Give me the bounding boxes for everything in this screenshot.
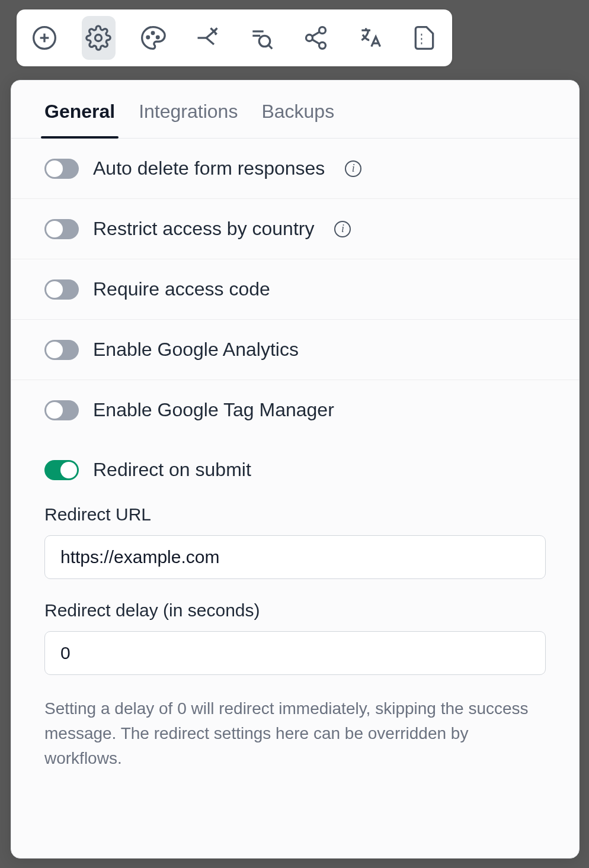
svg-point-4	[147, 36, 149, 38]
tab-backups[interactable]: Backups	[261, 101, 334, 138]
svg-point-11	[319, 27, 325, 34]
svg-line-10	[269, 46, 273, 49]
tab-integrations[interactable]: Integrations	[139, 101, 238, 138]
toolbar-add-button[interactable]	[27, 16, 62, 60]
toolbar-search-button[interactable]	[245, 16, 279, 60]
toolbar-branch-button[interactable]	[190, 16, 225, 60]
label-redirect-delay: Redirect delay (in seconds)	[44, 600, 546, 621]
label-auto-delete: Auto delete form responses	[93, 157, 325, 179]
toolbar-share-button[interactable]	[299, 16, 333, 60]
translate-icon	[357, 25, 383, 51]
svg-line-14	[312, 32, 319, 36]
toggle-google-analytics[interactable]	[44, 340, 79, 360]
help-redirect-delay: Setting a delay of 0 will redirect immed…	[44, 696, 546, 771]
info-icon[interactable]: i	[334, 221, 351, 237]
toggle-redirect-on-submit[interactable]	[44, 460, 79, 480]
svg-line-15	[312, 40, 319, 44]
setting-auto-delete: Auto delete form responses i	[11, 139, 579, 199]
input-redirect-delay[interactable]	[44, 631, 546, 675]
toolbar	[17, 9, 452, 66]
input-redirect-url[interactable]	[44, 535, 546, 579]
label-access-code: Require access code	[93, 278, 270, 300]
toolbar-settings-button[interactable]	[82, 16, 116, 60]
settings-list: Auto delete form responses i Restrict ac…	[11, 139, 579, 795]
setting-google-tag-manager: Enable Google Tag Manager	[11, 380, 579, 440]
svg-point-3	[95, 35, 102, 41]
svg-point-6	[156, 36, 159, 38]
label-restrict-country: Restrict access by country	[93, 218, 314, 240]
section-redirect: Redirect on submit Redirect URL Redirect…	[11, 440, 579, 795]
setting-access-code: Require access code	[11, 259, 579, 320]
toolbar-theme-button[interactable]	[136, 16, 170, 60]
split-icon	[194, 25, 220, 51]
palette-icon	[140, 25, 166, 51]
label-google-analytics: Enable Google Analytics	[93, 339, 299, 361]
svg-point-5	[152, 32, 154, 34]
toolbar-file-button[interactable]	[407, 16, 441, 60]
tab-general[interactable]: General	[44, 101, 115, 138]
label-google-tag-manager: Enable Google Tag Manager	[93, 399, 334, 421]
file-icon	[411, 25, 437, 51]
toolbar-translate-button[interactable]	[353, 16, 388, 60]
tabs-bar: General Integrations Backups	[11, 81, 579, 139]
toggle-auto-delete[interactable]	[44, 159, 79, 179]
toggle-restrict-country[interactable]	[44, 219, 79, 239]
info-icon[interactable]: i	[345, 160, 361, 177]
setting-google-analytics: Enable Google Analytics	[11, 320, 579, 380]
setting-restrict-country: Restrict access by country i	[11, 199, 579, 259]
svg-point-9	[260, 36, 270, 46]
toggle-access-code[interactable]	[44, 279, 79, 300]
filter-search-icon	[248, 25, 274, 51]
gear-icon	[85, 25, 111, 51]
label-redirect-url: Redirect URL	[44, 504, 546, 525]
label-redirect-on-submit: Redirect on submit	[93, 459, 251, 481]
svg-point-13	[319, 42, 325, 49]
share-icon	[303, 25, 329, 51]
svg-point-12	[306, 35, 312, 41]
settings-panel: General Integrations Backups Auto delete…	[11, 80, 580, 859]
toggle-google-tag-manager[interactable]	[44, 400, 79, 420]
plus-circle-icon	[31, 25, 57, 51]
